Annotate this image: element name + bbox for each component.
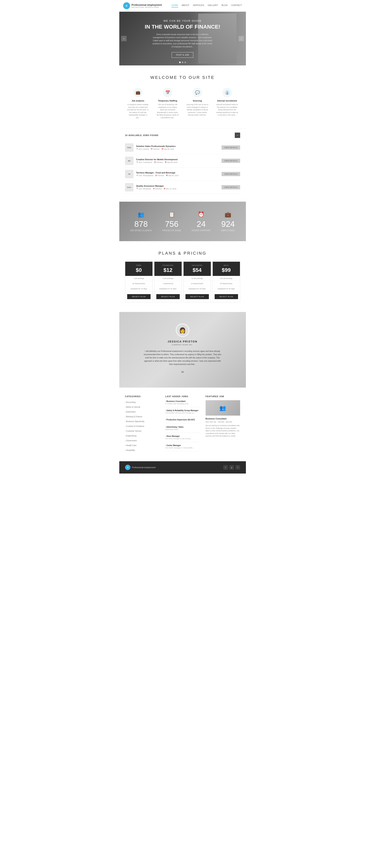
list-item: Production Supervisor (62-647) bbox=[165, 418, 200, 424]
plan-standard: STANDARD $12 4 job postings 1 featured j… bbox=[154, 261, 182, 302]
plan-maxi: MAXI $99 100 job postings 50 featured jo… bbox=[212, 261, 240, 302]
table-row: TM Territory Manager - Food and Beverage… bbox=[125, 167, 240, 181]
job-title-2: Territory Manager - Food and Beverage bbox=[136, 172, 219, 174]
view-details-button-0[interactable]: View Details bbox=[222, 146, 240, 150]
last-job-title-2: Production Supervisor (62-647) bbox=[165, 418, 200, 421]
featured-job-name: Business Consultant bbox=[206, 417, 240, 420]
last-job-meta-4: Our store manager is also strong... bbox=[165, 438, 200, 440]
category-link-0[interactable]: Accounting bbox=[125, 401, 136, 403]
employees-icon: 💼 bbox=[221, 211, 235, 218]
list-item: Engineering bbox=[125, 434, 160, 437]
site-tagline: RECRUITING SEARCH FIRM bbox=[132, 6, 162, 8]
list-item: Health Care bbox=[125, 443, 160, 447]
job-type-0: Full time bbox=[151, 148, 159, 150]
social-google-icon[interactable]: g bbox=[229, 465, 234, 470]
footer-logo: ✈ Professional employment bbox=[125, 465, 156, 470]
select-plan-button-3[interactable]: Select Plan bbox=[214, 294, 238, 299]
projects-done-icon: 📋 bbox=[162, 211, 181, 218]
featured-job-column: FEATURED JOB 👥 Business Consultant New Y… bbox=[206, 395, 240, 454]
category-link-5[interactable]: Contract & Freelance bbox=[125, 425, 144, 427]
category-link-7[interactable]: Engineering bbox=[125, 435, 136, 437]
plan-feature-3-0: 100 job postings bbox=[213, 276, 240, 281]
plan-feature-3-2: Displayed For 90 days bbox=[213, 286, 240, 291]
stats-section: 👥 878 Satisfied Clients 📋 756 Projects D… bbox=[119, 202, 246, 241]
footer-top: CATEGORIES Accounting Admin & Clerical A… bbox=[119, 388, 246, 461]
last-job-meta-0: In modern day managing strat... bbox=[165, 403, 200, 405]
featured-job-location: New York City bbox=[206, 421, 217, 423]
nav-gallery[interactable]: GALLERY bbox=[208, 4, 218, 7]
list-item: Hospitality bbox=[125, 448, 160, 452]
testimonial-text: I will definitely use Professional emplo… bbox=[142, 349, 223, 366]
jobs-section: 10 AVAILABLE JOBS FOUND → FSPA Solution … bbox=[119, 129, 246, 202]
hero-next-arrow[interactable]: › bbox=[239, 36, 244, 41]
plan-free: FREE $0 1 job postings No featured jobs … bbox=[125, 261, 153, 302]
job-type-2: Full time bbox=[155, 175, 164, 177]
category-link-4[interactable]: Business Opportunity bbox=[125, 421, 144, 423]
jobs-count: 10 AVAILABLE JOBS FOUND bbox=[125, 134, 159, 136]
job-info-0: Solution Sales Professionals Dynamics US… bbox=[136, 145, 219, 150]
category-link-8[interactable]: Government bbox=[125, 440, 137, 442]
last-job-meta-1: The position will lead and manage pa... bbox=[165, 412, 200, 414]
nav-home[interactable]: HOME bbox=[171, 4, 178, 7]
feature-desc-3: Internal recruitment refers to the proce… bbox=[216, 103, 238, 117]
plan-feature-1-2: Displayed For 20 days bbox=[155, 286, 181, 291]
company-logo-3: Senter bbox=[125, 183, 133, 191]
site-name: Professional employment bbox=[132, 3, 162, 6]
feature-title-3: Internal recruitment bbox=[216, 100, 238, 102]
logo-icon: ✈ bbox=[123, 2, 130, 9]
plan-name-2: ADVANCED bbox=[186, 265, 209, 266]
select-plan-button-2[interactable]: Select Plan bbox=[186, 294, 209, 299]
category-link-6[interactable]: Customer Service bbox=[125, 430, 141, 432]
list-item: Automotive bbox=[125, 410, 160, 413]
plan-header-2: ADVANCED $54 bbox=[184, 262, 211, 276]
feature-icon-3: 👔 bbox=[222, 88, 232, 97]
plan-price-0: $0 bbox=[127, 267, 151, 273]
pricing-section: PLANS & PRICING FREE $0 1 job postings N… bbox=[119, 241, 246, 312]
category-link-2[interactable]: Automotive bbox=[125, 411, 136, 413]
company-logo-1: MD bbox=[125, 157, 133, 165]
footer-logo-icon: ✈ bbox=[125, 465, 130, 470]
social-facebook-icon[interactable]: f bbox=[236, 465, 240, 470]
feature-temp-staffing: 📅 Temporary Staffing The use of temporar… bbox=[155, 88, 181, 119]
featured-job-description: We are looking for business consultants … bbox=[206, 425, 240, 437]
categories-list: Accounting Admin & Clerical Automotive B… bbox=[125, 400, 160, 452]
select-plan-button-0[interactable]: Select Plan bbox=[127, 294, 151, 299]
view-details-button-2[interactable]: View Details bbox=[222, 172, 240, 176]
category-link-10[interactable]: Hospitality bbox=[125, 449, 135, 451]
hero-cta-button[interactable]: POST A JOB bbox=[172, 52, 194, 58]
view-details-button-1[interactable]: View Details bbox=[222, 159, 240, 163]
jobs-next-button[interactable]: → bbox=[235, 132, 240, 138]
last-job-title-0: Business Consultant bbox=[165, 400, 200, 402]
nav-blog[interactable]: BLOG bbox=[222, 4, 228, 7]
social-twitter-icon[interactable]: t bbox=[223, 465, 228, 470]
job-meta-0: USA, Arizona Full time Sep 09, 2015 bbox=[136, 148, 219, 150]
footer-logo-text: Professional employment bbox=[132, 466, 156, 468]
stat-number-2: 24 bbox=[192, 219, 211, 229]
pricing-title: PLANS & PRICING bbox=[125, 251, 240, 256]
view-details-button-3[interactable]: View Details bbox=[222, 185, 240, 189]
last-job-title-1: Safety & Reliability Group Manager bbox=[165, 409, 200, 411]
job-title-1: Creative Director for Mobile Development bbox=[136, 158, 219, 161]
hero-content: WE CAN BE YOUR GUIDE IN THE WORLD OF FIN… bbox=[133, 12, 232, 65]
hero-description: Every corporate human resources team is … bbox=[152, 33, 213, 48]
last-job-title-3: Advertising / Sales bbox=[165, 426, 200, 428]
stat-label-0: Satisfied Clients bbox=[130, 229, 152, 231]
category-link-9[interactable]: Health Care bbox=[125, 444, 136, 446]
testimonial-avatar: 👩 bbox=[176, 323, 189, 337]
last-jobs-column: LAST ADDED JOBS: Business Consultant In … bbox=[165, 395, 200, 454]
header: ✈ Professional employment RECRUITING SEA… bbox=[119, 0, 246, 12]
plans-grid: FREE $0 1 job postings No featured jobs … bbox=[125, 261, 240, 302]
last-job-title-4: Store Manager bbox=[165, 435, 200, 437]
job-meta-1: USA, Connecticut Full time Sep 09, 2015 bbox=[136, 161, 219, 163]
plan-name-0: FREE bbox=[127, 265, 151, 266]
select-plan-button-1[interactable]: Select Plan bbox=[156, 294, 180, 299]
nav-contact[interactable]: CONTACT bbox=[231, 4, 242, 7]
category-link-1[interactable]: Admin & Clerical bbox=[125, 406, 140, 408]
hero-prev-arrow[interactable]: ‹ bbox=[121, 36, 127, 41]
category-link-3[interactable]: Banking & Finance bbox=[125, 415, 142, 418]
testimonial-name: JESSICA PRISTON bbox=[125, 340, 240, 343]
nav-about[interactable]: ABOUT bbox=[181, 4, 189, 7]
job-date-1: Sep 09, 2015 bbox=[165, 161, 177, 163]
plan-feature-1-0: 4 job postings bbox=[155, 276, 181, 281]
nav-services[interactable]: SERVICES bbox=[193, 4, 204, 7]
